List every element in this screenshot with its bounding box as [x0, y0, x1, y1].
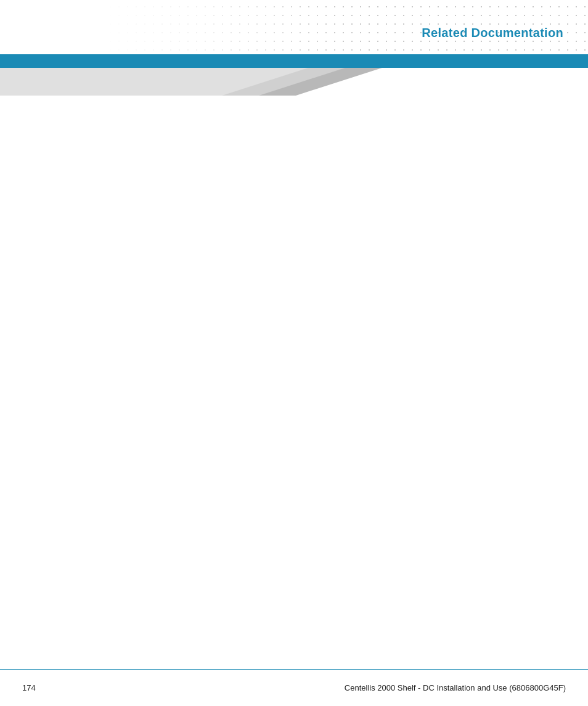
- footer-document-title: Centellis 2000 Shelf - DC Installation a…: [345, 683, 566, 692]
- related-documentation-title: Related Documentation: [422, 26, 563, 40]
- header-area: Related Documentation: [0, 0, 588, 54]
- gray-diagonal-banner: [0, 68, 588, 96]
- dot-grid-fade: [0, 0, 339, 54]
- page-footer: 174 Centellis 2000 Shelf - DC Installati…: [0, 669, 588, 706]
- blue-accent-bar: [0, 54, 588, 68]
- main-content-area: [0, 96, 588, 669]
- footer-page-number: 174: [22, 683, 36, 692]
